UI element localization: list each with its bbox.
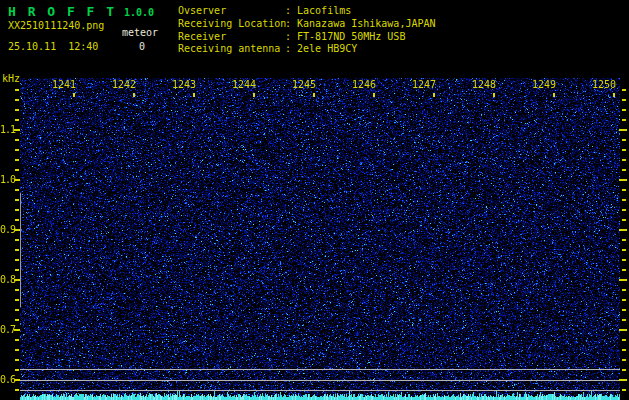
y-minor-tick (15, 259, 19, 261)
y-minor-tick (15, 169, 19, 171)
datetime-stamp: 25.10.11 12:40 (8, 41, 98, 52)
x-tick-label: 1242 (112, 79, 136, 90)
meteor-counter-value: 0 (139, 41, 145, 52)
y-minor-tick (15, 299, 19, 301)
station-info-row: Receiving Location: Kanazawa Ishikawa,JA… (178, 18, 436, 31)
x-tick-label: 1248 (472, 79, 496, 90)
x-tick-label: 1244 (232, 79, 256, 90)
right-minor-tick (622, 199, 626, 201)
y-tick-label: 1.1 (0, 124, 14, 135)
x-minute-tick (73, 93, 75, 97)
right-minor-tick (622, 169, 626, 171)
y-minor-tick (15, 369, 19, 371)
right-major-tick (619, 329, 627, 331)
station-info-table: Ovserver: LacofilmsReceiving Location: K… (178, 5, 436, 56)
y-minor-tick (15, 219, 19, 221)
x-minute-tick (253, 93, 255, 97)
reference-line-lower (20, 390, 620, 391)
x-minute-tick (433, 93, 435, 97)
right-major-tick (619, 379, 627, 381)
right-minor-tick (622, 259, 626, 261)
meteor-counter-label: meteor (122, 27, 158, 38)
right-minor-tick (622, 309, 626, 311)
y-tick-label: 0.8 (0, 274, 14, 285)
right-minor-tick (622, 149, 626, 151)
y-minor-tick (15, 249, 19, 251)
reference-line-upper (20, 369, 620, 370)
y-minor-tick (15, 159, 19, 161)
spectrogram-noise-field (20, 78, 620, 400)
y-minor-tick (15, 189, 19, 191)
right-minor-tick (622, 159, 626, 161)
reference-line-center (20, 380, 620, 381)
info-value: : Lacofilms (285, 5, 351, 16)
y-minor-tick (15, 389, 19, 391)
right-minor-tick (622, 139, 626, 141)
x-minute-tick (313, 93, 315, 97)
right-minor-tick (622, 239, 626, 241)
y-major-tick (14, 229, 20, 231)
y-minor-tick (15, 359, 19, 361)
right-minor-tick (622, 289, 626, 291)
x-minute-tick (613, 93, 615, 97)
right-major-tick (619, 129, 627, 131)
hrofft-window: { "header": { "app_title": "H R O F F T"… (0, 0, 629, 400)
y-major-tick (14, 279, 20, 281)
station-info-row: Ovserver: Lacofilms (178, 5, 436, 18)
right-major-tick (619, 179, 627, 181)
right-minor-tick (622, 219, 626, 221)
y-minor-tick (15, 119, 19, 121)
y-minor-tick (15, 199, 19, 201)
x-tick-label: 1245 (292, 79, 316, 90)
station-info-row: Receiving antenna: 2ele HB9CY (178, 43, 436, 56)
right-minor-tick (622, 119, 626, 121)
y-minor-tick (15, 99, 19, 101)
y-major-tick (14, 329, 20, 331)
x-tick-label: 1250 (592, 79, 616, 90)
y-axis-unit-label: kHz (2, 73, 20, 84)
right-major-tick (619, 229, 627, 231)
right-minor-tick (622, 89, 626, 91)
y-major-tick (14, 179, 20, 181)
right-minor-tick (622, 339, 626, 341)
info-label: Receiver (178, 31, 285, 44)
right-minor-tick (622, 389, 626, 391)
y-major-tick (14, 129, 20, 131)
x-minute-tick (133, 93, 135, 97)
y-tick-label: 0.6 (0, 374, 14, 385)
y-tick-label: 0.7 (0, 324, 14, 335)
right-minor-tick (622, 249, 626, 251)
right-minor-tick (622, 369, 626, 371)
output-filename: XX2510111240.png (8, 20, 104, 31)
right-minor-tick (622, 299, 626, 301)
y-minor-tick (15, 149, 19, 151)
x-minute-tick (493, 93, 495, 97)
y-minor-tick (15, 339, 19, 341)
right-minor-tick (622, 359, 626, 361)
x-minute-tick (553, 93, 555, 97)
y-minor-tick (15, 309, 19, 311)
app-title: H R O F F T (8, 4, 116, 19)
right-minor-tick (622, 319, 626, 321)
right-minor-tick (622, 269, 626, 271)
info-value: : FT-817ND 50MHz USB (285, 31, 405, 42)
x-tick-label: 1243 (172, 79, 196, 90)
y-minor-tick (15, 349, 19, 351)
x-tick-label: 1249 (532, 79, 556, 90)
right-minor-tick (622, 189, 626, 191)
y-minor-tick (15, 319, 19, 321)
y-minor-tick (15, 209, 19, 211)
left-edge-marker-line (20, 193, 21, 307)
x-tick-label: 1247 (412, 79, 436, 90)
x-minute-tick (373, 93, 375, 97)
info-value: : 2ele HB9CY (285, 43, 357, 54)
right-major-tick (619, 279, 627, 281)
x-minute-tick (193, 93, 195, 97)
info-label: Ovserver (178, 5, 285, 18)
app-version: 1.0.0 (124, 7, 154, 18)
x-tick-label: 1246 (352, 79, 376, 90)
info-value: : Kanazawa Ishikawa,JAPAN (285, 18, 436, 29)
right-minor-tick (622, 109, 626, 111)
info-label: Receiving antenna (178, 43, 285, 56)
right-minor-tick (622, 349, 626, 351)
